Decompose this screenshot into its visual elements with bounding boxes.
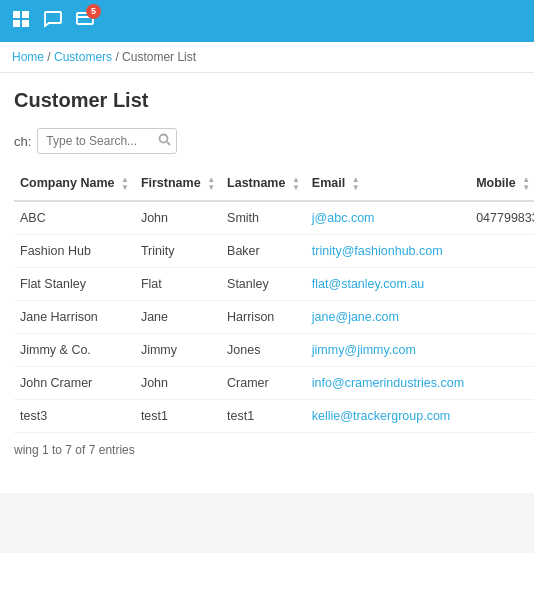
- svg-rect-3: [22, 20, 29, 27]
- cell-mobile: 0477998332: [470, 201, 534, 235]
- sort-icon-company: ▲▼: [121, 176, 129, 192]
- cell-lastname: Baker: [221, 235, 306, 268]
- table-row[interactable]: Jimmy & Co.JimmyJonesjimmy@jimmy.com: [14, 334, 534, 367]
- notification-icon[interactable]: 5: [76, 10, 94, 33]
- notification-badge: 5: [86, 4, 101, 19]
- breadcrumb-home[interactable]: Home: [12, 50, 44, 64]
- cell-lastname: Cramer: [221, 367, 306, 400]
- cell-firstname: John: [135, 201, 221, 235]
- cell-lastname: Smith: [221, 201, 306, 235]
- svg-rect-1: [22, 11, 29, 18]
- svg-line-6: [167, 142, 170, 145]
- cell-company: Fashion Hub: [14, 235, 135, 268]
- cell-firstname: Flat: [135, 268, 221, 301]
- table-header-row: Company Name ▲▼ Firstname ▲▼ Lastname ▲▼…: [14, 168, 534, 201]
- bottom-area: [0, 493, 534, 553]
- search-input[interactable]: [37, 128, 177, 154]
- cell-lastname: Jones: [221, 334, 306, 367]
- grid-icon[interactable]: [12, 10, 30, 33]
- sort-icon-lastname: ▲▼: [292, 176, 300, 192]
- cell-firstname: Trinity: [135, 235, 221, 268]
- cell-email[interactable]: info@cramerindustries.com: [306, 367, 470, 400]
- cell-company: test3: [14, 400, 135, 433]
- search-row: ch:: [14, 128, 520, 154]
- cell-firstname: test1: [135, 400, 221, 433]
- table-row[interactable]: ABCJohnSmithj@abc.com0477998332: [14, 201, 534, 235]
- cell-email[interactable]: trinity@fashionhub.com: [306, 235, 470, 268]
- cell-company: Jimmy & Co.: [14, 334, 135, 367]
- table-row[interactable]: Fashion HubTrinityBakertrinity@fashionhu…: [14, 235, 534, 268]
- sort-icon-email: ▲▼: [352, 176, 360, 192]
- col-header-lastname[interactable]: Lastname ▲▼: [221, 168, 306, 201]
- data-table: Company Name ▲▼ Firstname ▲▼ Lastname ▲▼…: [14, 168, 534, 433]
- cell-email[interactable]: jimmy@jimmy.com: [306, 334, 470, 367]
- page-title: Customer List: [14, 89, 520, 112]
- col-header-email[interactable]: Email ▲▼: [306, 168, 470, 201]
- cell-email[interactable]: flat@stanley.com.au: [306, 268, 470, 301]
- cell-email[interactable]: jane@jane.com: [306, 301, 470, 334]
- col-header-company[interactable]: Company Name ▲▼: [14, 168, 135, 201]
- col-header-firstname[interactable]: Firstname ▲▼: [135, 168, 221, 201]
- cell-company: John Cramer: [14, 367, 135, 400]
- sort-icon-firstname: ▲▼: [207, 176, 215, 192]
- cell-mobile: [470, 268, 534, 301]
- cell-mobile: [470, 367, 534, 400]
- table-footer: wing 1 to 7 of 7 entries: [14, 443, 520, 457]
- col-header-mobile[interactable]: Mobile ▲▼: [470, 168, 534, 201]
- chat-icon[interactable]: [44, 10, 62, 33]
- table-row[interactable]: Flat StanleyFlatStanleyflat@stanley.com.…: [14, 268, 534, 301]
- breadcrumb-customers[interactable]: Customers: [54, 50, 112, 64]
- table-row[interactable]: Jane HarrisonJaneHarrisonjane@jane.com: [14, 301, 534, 334]
- cell-firstname: John: [135, 367, 221, 400]
- svg-rect-2: [13, 20, 20, 27]
- page-content: Customer List ch: Company Name ▲▼ Firstn…: [0, 73, 534, 473]
- cell-firstname: Jane: [135, 301, 221, 334]
- search-icon: [158, 133, 171, 149]
- cell-mobile: [470, 334, 534, 367]
- svg-point-5: [160, 135, 168, 143]
- cell-email[interactable]: j@abc.com: [306, 201, 470, 235]
- cell-mobile: [470, 301, 534, 334]
- topbar: 5: [0, 0, 534, 42]
- cell-email[interactable]: kellie@trackergroup.com: [306, 400, 470, 433]
- cell-company: Jane Harrison: [14, 301, 135, 334]
- cell-firstname: Jimmy: [135, 334, 221, 367]
- cell-company: ABC: [14, 201, 135, 235]
- cell-lastname: Harrison: [221, 301, 306, 334]
- cell-mobile: [470, 235, 534, 268]
- cell-lastname: test1: [221, 400, 306, 433]
- svg-rect-0: [13, 11, 20, 18]
- cell-lastname: Stanley: [221, 268, 306, 301]
- breadcrumb-current: Customer List: [122, 50, 196, 64]
- search-label: ch:: [14, 134, 31, 149]
- cell-company: Flat Stanley: [14, 268, 135, 301]
- cell-mobile: [470, 400, 534, 433]
- sort-icon-mobile: ▲▼: [522, 176, 530, 192]
- breadcrumb: Home / Customers / Customer List: [0, 42, 534, 73]
- search-input-wrap: [37, 128, 177, 154]
- table-summary: wing 1 to 7 of 7 entries: [14, 443, 135, 457]
- table-row[interactable]: John CramerJohnCramerinfo@cramerindustri…: [14, 367, 534, 400]
- table-row[interactable]: test3test1test1kellie@trackergroup.com: [14, 400, 534, 433]
